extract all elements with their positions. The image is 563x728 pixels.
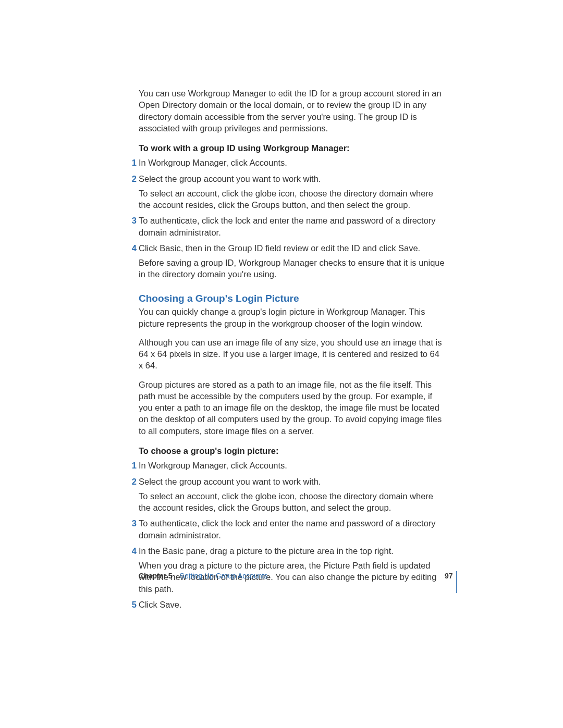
section-paragraph: Group pictures are stored as a path to a… — [139, 379, 445, 437]
step-number: 5 — [128, 599, 137, 610]
step-number: 4 — [128, 242, 137, 254]
step-text: In Workgroup Manager, click Accounts. — [139, 460, 445, 471]
footer-chapter-title: Setting Up Group Accounts — [180, 571, 268, 581]
step-number: 1 — [128, 460, 137, 471]
section-heading: Choosing a Group's Login Picture — [139, 292, 445, 305]
step-text: Click Save. — [139, 599, 445, 610]
step-text: To select an account, click the globe ic… — [139, 188, 445, 211]
step-text: Select the group account you want to wor… — [139, 173, 445, 184]
step: 2 Select the group account you want to w… — [139, 476, 445, 514]
step-number: 2 — [128, 173, 137, 184]
step-text: Before saving a group ID, Workgroup Mana… — [139, 257, 445, 280]
step: 1 In Workgroup Manager, click Accounts. — [139, 157, 445, 168]
step: 2 Select the group account you want to w… — [139, 173, 445, 211]
step-number: 1 — [128, 157, 137, 168]
step: 1 In Workgroup Manager, click Accounts. — [139, 460, 445, 471]
step: 3 To authenticate, click the lock and en… — [139, 517, 445, 541]
procedure2-heading: To choose a group's login picture: — [139, 445, 445, 456]
step-text: To select an account, click the globe ic… — [139, 490, 445, 514]
page-footer: Chapter 5 Setting Up Group Accounts 97 — [139, 571, 457, 593]
step-text: To authenticate, click the lock and ente… — [139, 517, 445, 541]
step-text: To authenticate, click the lock and ente… — [139, 215, 445, 238]
step-number: 2 — [128, 476, 137, 487]
step-number: 4 — [128, 545, 137, 557]
step-number: 3 — [128, 215, 137, 226]
page-body: You can use Workgroup Manager to edit th… — [139, 88, 445, 614]
step: 3 To authenticate, click the lock and en… — [139, 215, 445, 238]
footer-chapter: Chapter 5 — [139, 571, 173, 581]
page-number: 97 — [445, 571, 453, 581]
section-paragraph: You can quickly change a group's login p… — [139, 306, 445, 329]
intro-paragraph: You can use Workgroup Manager to edit th… — [139, 88, 445, 134]
section-paragraph: Although you can use an image file of an… — [139, 337, 445, 372]
procedure1-heading: To work with a group ID using Workgroup … — [139, 142, 445, 154]
footer-rule — [456, 571, 457, 593]
step-text: Select the group account you want to wor… — [139, 476, 445, 487]
step-text: In the Basic pane, drag a picture to the… — [139, 545, 445, 557]
step-number: 3 — [128, 517, 137, 529]
step-text: In Workgroup Manager, click Accounts. — [139, 157, 445, 168]
step-text: Click Basic, then in the Group ID field … — [139, 242, 445, 254]
step: 4 Click Basic, then in the Group ID fiel… — [139, 242, 445, 280]
step: 5 Click Save. — [139, 599, 445, 610]
